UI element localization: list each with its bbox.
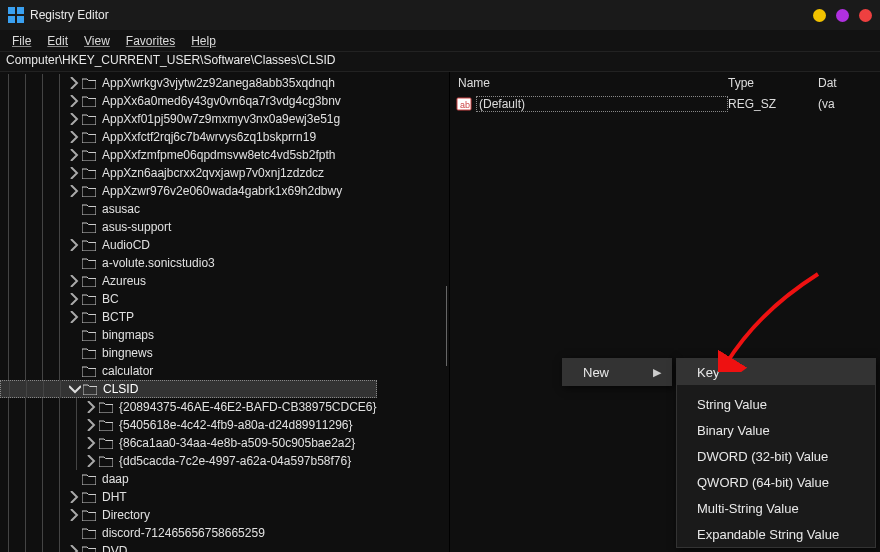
tree-item[interactable]: calculator <box>0 362 377 380</box>
folder-icon <box>99 402 113 413</box>
tree-item[interactable]: CLSID <box>0 380 377 398</box>
chevron-none <box>68 257 80 269</box>
chevron-right-icon: ▶ <box>653 366 661 379</box>
folder-icon <box>82 348 96 359</box>
close-button[interactable] <box>859 9 872 22</box>
folder-icon <box>82 96 96 107</box>
tree-item[interactable]: discord-712465656758665259 <box>0 524 377 542</box>
tree-item[interactable]: {dd5cacda-7c2e-4997-a62a-04a597b58f76} <box>0 452 377 470</box>
menu-view[interactable]: View <box>78 32 116 50</box>
tree-item[interactable]: asusac <box>0 200 377 218</box>
folder-icon <box>82 528 96 539</box>
context-menu-item[interactable]: Binary Value <box>677 417 875 443</box>
value-row[interactable]: ab(Default)REG_SZ(va <box>450 94 880 114</box>
menu-edit[interactable]: Edit <box>41 32 74 50</box>
col-type[interactable]: Type <box>728 76 818 90</box>
tree-item-label: Azureus <box>102 274 146 288</box>
chevron-right-icon[interactable] <box>68 311 80 323</box>
pane-splitter[interactable] <box>446 286 447 366</box>
tree-item[interactable]: {86ca1aa0-34aa-4e8b-a509-50c905bae2a2} <box>0 434 377 452</box>
address-bar[interactable]: Computer\HKEY_CURRENT_USER\Software\Clas… <box>0 52 880 72</box>
folder-icon <box>82 294 96 305</box>
svg-rect-1 <box>17 7 24 14</box>
folder-icon <box>82 204 96 215</box>
chevron-right-icon[interactable] <box>85 401 97 413</box>
chevron-right-icon[interactable] <box>68 95 80 107</box>
context-menu-new[interactable]: New ▶ <box>563 359 671 385</box>
tree-item[interactable]: Azureus <box>0 272 377 290</box>
chevron-right-icon[interactable] <box>68 185 80 197</box>
tree-item[interactable]: DVD <box>0 542 377 552</box>
chevron-right-icon[interactable] <box>68 149 80 161</box>
tree-item[interactable]: daap <box>0 470 377 488</box>
regedit-icon <box>8 7 24 23</box>
col-data[interactable]: Dat <box>818 76 880 90</box>
tree-item[interactable]: AudioCD <box>0 236 377 254</box>
tree-item[interactable]: AppXzn6aajbcrxx2qvxjawp7v0xnj1zdzdcz <box>0 164 377 182</box>
tree-item[interactable]: BC <box>0 290 377 308</box>
tree-item[interactable]: bingmaps <box>0 326 377 344</box>
values-header: Name Type Dat <box>450 72 880 94</box>
window-controls <box>813 0 872 30</box>
tree-item[interactable]: AppXxfctf2rqj6c7b4wrvys6zq1bskprrn19 <box>0 128 377 146</box>
tree-item[interactable]: AppXx6a0med6y43gv0vn6qa7r3vdg4cg3bnv <box>0 92 377 110</box>
menu-favorites[interactable]: Favorites <box>120 32 181 50</box>
tree-item[interactable]: AppXwrkgv3vjytw2z92anega8abb35xqdnqh <box>0 74 377 92</box>
chevron-right-icon[interactable] <box>68 113 80 125</box>
folder-icon <box>82 546 96 553</box>
tree-item-label: DVD <box>102 544 127 552</box>
context-menu-item[interactable]: Expandable String Value <box>677 521 875 547</box>
folder-icon <box>82 186 96 197</box>
tree-item-label: bingnews <box>102 346 153 360</box>
context-menu-item[interactable]: Key <box>677 359 875 385</box>
chevron-right-icon[interactable] <box>68 131 80 143</box>
chevron-right-icon[interactable] <box>85 437 97 449</box>
col-name[interactable]: Name <box>450 76 728 90</box>
tree-item[interactable]: {20894375-46AE-46E2-BAFD-CB38975CDCE6} <box>0 398 377 416</box>
tree-item[interactable]: DHT <box>0 488 377 506</box>
chevron-right-icon[interactable] <box>68 77 80 89</box>
chevron-down-icon[interactable] <box>69 383 81 395</box>
folder-icon <box>82 132 96 143</box>
chevron-none <box>68 473 80 485</box>
tree-item[interactable]: BCTP <box>0 308 377 326</box>
tree-item[interactable]: AppXxf01pj590w7z9mxmyv3nx0a9ewj3e51g <box>0 110 377 128</box>
context-menu-item[interactable]: String Value <box>677 391 875 417</box>
menu-help[interactable]: Help <box>185 32 222 50</box>
context-menu-item[interactable]: Multi-String Value <box>677 495 875 521</box>
tree-item[interactable]: a-volute.sonicstudio3 <box>0 254 377 272</box>
chevron-right-icon[interactable] <box>68 491 80 503</box>
context-menu-item[interactable]: DWORD (32-bit) Value <box>677 443 875 469</box>
folder-icon <box>82 150 96 161</box>
chevron-right-icon[interactable] <box>68 275 80 287</box>
chevron-none <box>68 347 80 359</box>
chevron-none <box>68 221 80 233</box>
chevron-right-icon[interactable] <box>68 509 80 521</box>
chevron-right-icon[interactable] <box>68 293 80 305</box>
tree-item[interactable]: bingnews <box>0 344 377 362</box>
context-menu-item[interactable]: QWORD (64-bit) Value <box>677 469 875 495</box>
chevron-right-icon[interactable] <box>68 239 80 251</box>
chevron-right-icon[interactable] <box>68 167 80 179</box>
folder-icon <box>82 240 96 251</box>
maximize-button[interactable] <box>836 9 849 22</box>
minimize-button[interactable] <box>813 9 826 22</box>
folder-icon <box>82 258 96 269</box>
tree-item-label: {20894375-46AE-46E2-BAFD-CB38975CDCE6} <box>119 400 377 414</box>
tree-item[interactable]: Directory <box>0 506 377 524</box>
tree-item[interactable]: AppXxfzmfpme06qpdmsvw8etc4vd5sb2fpth <box>0 146 377 164</box>
chevron-none <box>68 527 80 539</box>
chevron-right-icon[interactable] <box>68 545 80 552</box>
tree-item-label: {86ca1aa0-34aa-4e8b-a509-50c905bae2a2} <box>119 436 355 450</box>
tree-item[interactable]: asus-support <box>0 218 377 236</box>
chevron-right-icon[interactable] <box>85 419 97 431</box>
tree-item-label: a-volute.sonicstudio3 <box>102 256 215 270</box>
tree-item[interactable]: AppXzwr976v2e060wada4gabrk1x69h2dbwy <box>0 182 377 200</box>
tree-item[interactable]: {5405618e-4c42-4fb9-a80a-d24d89911296} <box>0 416 377 434</box>
tree-item-label: asusac <box>102 202 140 216</box>
tree-pane[interactable]: AppXwrkgv3vjytw2z92anega8abb35xqdnqhAppX… <box>0 72 450 552</box>
menu-file[interactable]: File <box>6 32 37 50</box>
chevron-right-icon[interactable] <box>85 455 97 467</box>
tree-item-label: AppXx6a0med6y43gv0vn6qa7r3vdg4cg3bnv <box>102 94 341 108</box>
context-menu-new-submenu: KeyString ValueBinary ValueDWORD (32-bit… <box>676 358 876 548</box>
